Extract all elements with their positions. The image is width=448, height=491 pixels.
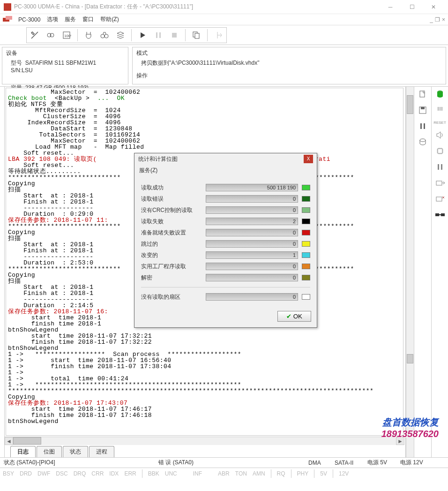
new-doc-icon[interactable] bbox=[417, 89, 429, 100]
ok-button[interactable]: ✔OK bbox=[277, 311, 311, 322]
menu-window[interactable]: 窗口 bbox=[79, 14, 97, 25]
stat-label: 实用工厂程序读取 bbox=[141, 263, 202, 271]
play-icon[interactable] bbox=[136, 29, 149, 41]
cell-amn: AMN bbox=[250, 470, 268, 477]
stat-row: 改变的1 bbox=[141, 249, 310, 261]
save-icon[interactable] bbox=[417, 105, 429, 116]
tab-strip: 日志 位图 状态 进程 bbox=[5, 446, 404, 457]
stat-label: 改变的 bbox=[141, 251, 202, 259]
connector-icon[interactable] bbox=[434, 209, 446, 220]
dialog-menu[interactable]: 服务(Z) bbox=[134, 165, 317, 177]
cell-dwf: DWF bbox=[35, 470, 53, 477]
stat-bar: 0 bbox=[206, 206, 298, 214]
cell-blank1 bbox=[180, 470, 190, 477]
speaker-icon[interactable] bbox=[434, 129, 446, 141]
mdi-close-icon[interactable]: × bbox=[442, 16, 445, 23]
cell-bbk: BBK bbox=[145, 470, 162, 477]
menu-help[interactable]: 帮助(Z) bbox=[97, 14, 122, 25]
maximize-button[interactable]: ☐ bbox=[401, 0, 423, 14]
side-toolbar-1 bbox=[414, 87, 431, 457]
device-panel: 设备 型号 SATAFIRM S11 SBFM21W1 S/N:LSU 容量 2… bbox=[2, 47, 128, 84]
stat-label: 读取失败 bbox=[141, 218, 202, 226]
stat-bar: 2 bbox=[206, 218, 298, 225]
window-title: PC-3000 UDMA-E - China - [Data Extractor… bbox=[14, 3, 380, 11]
cell-5v: 5V bbox=[317, 470, 330, 477]
svg-rect-17 bbox=[424, 123, 425, 129]
cell-crr: CRR bbox=[89, 470, 106, 477]
pause-icon[interactable] bbox=[152, 29, 164, 41]
tab-log[interactable]: 日志 bbox=[10, 446, 36, 457]
stat-color-chip bbox=[302, 252, 310, 258]
cell-bsy: BSY bbox=[0, 470, 17, 477]
tab-status[interactable]: 状态 bbox=[63, 446, 88, 457]
pause-side-icon[interactable] bbox=[417, 121, 429, 132]
stat-color-chip bbox=[302, 294, 310, 300]
dialog-titlebar[interactable]: 统计和计算位图 X bbox=[134, 153, 317, 165]
minimize-button[interactable]: ─ bbox=[380, 0, 401, 14]
scroll-thumb-v1[interactable] bbox=[407, 95, 413, 114]
app-icon bbox=[4, 3, 11, 11]
stat-color-chip bbox=[302, 196, 310, 202]
toolbar-pane: 100% bbox=[26, 27, 227, 43]
svg-rect-21 bbox=[440, 107, 441, 111]
menu-pc3000[interactable]: PC-3000 bbox=[15, 15, 44, 24]
drive-remove-icon[interactable] bbox=[434, 193, 446, 204]
stop-icon[interactable] bbox=[168, 29, 180, 41]
stat-bar: 0 bbox=[206, 263, 298, 270]
status-sata: SATA-II bbox=[331, 460, 364, 466]
side-toolbar-2: RESET bbox=[431, 87, 448, 457]
stat-row: 跳过的0 bbox=[141, 238, 310, 249]
log-scroll-h[interactable]: ◄ ► bbox=[5, 437, 404, 445]
cell-drq: DRQ bbox=[71, 470, 89, 477]
menu-service[interactable]: 服务 bbox=[61, 14, 79, 25]
tape-icon[interactable] bbox=[45, 29, 57, 41]
inner-scroll-v[interactable] bbox=[406, 87, 414, 457]
stat-label: 准备就绪失败设置 bbox=[141, 229, 202, 237]
svg-point-7 bbox=[105, 34, 108, 38]
reset-label: RESET bbox=[433, 121, 446, 125]
mdi-restore-icon[interactable]: ❐ bbox=[435, 16, 440, 23]
chip-icon[interactable] bbox=[434, 145, 446, 157]
svg-point-3 bbox=[50, 33, 54, 37]
svg-rect-26 bbox=[436, 181, 442, 185]
tools-icon[interactable] bbox=[29, 29, 41, 41]
percent-icon[interactable]: 100% bbox=[60, 29, 73, 41]
binoculars-icon[interactable] bbox=[98, 29, 111, 41]
plug-icon[interactable] bbox=[82, 29, 95, 41]
status-row-labels: 状态 (SATA0)-[PIO4] 错 误 (SATA0) DMA SATA-I… bbox=[0, 457, 448, 468]
stat-bar: 0 bbox=[206, 240, 298, 248]
scroll-left-icon[interactable]: ◄ bbox=[5, 437, 13, 445]
status-12v: 电源 12V bbox=[396, 459, 427, 467]
status-seg2: 错 误 (SATA0) bbox=[155, 459, 305, 467]
stat-row: 准备就绪失败设置0 bbox=[141, 227, 310, 238]
scroll-thumb[interactable] bbox=[13, 437, 41, 445]
status-seg1: 状态 (SATA0)-[PIO4] bbox=[0, 459, 155, 467]
tab-bitmap[interactable]: 位图 bbox=[37, 446, 62, 457]
device-model-value: SATAFIRM S11 SBFM21W1 S/N:LSU bbox=[11, 60, 96, 74]
title-bar: PC-3000 UDMA-E - China - [Data Extractor… bbox=[0, 0, 448, 14]
dialog-close-button[interactable]: X bbox=[304, 155, 313, 163]
close-button[interactable]: ✕ bbox=[423, 0, 444, 14]
exit-icon[interactable] bbox=[212, 29, 224, 41]
tab-process[interactable]: 进程 bbox=[89, 446, 114, 457]
stack-icon[interactable] bbox=[114, 29, 127, 41]
stat-row: 解密0 bbox=[141, 272, 310, 283]
reset-icon[interactable] bbox=[434, 105, 446, 116]
svg-rect-9 bbox=[159, 32, 161, 38]
stat-color-chip bbox=[302, 230, 310, 235]
mdi-minimize-icon[interactable]: _ bbox=[430, 16, 433, 23]
svg-rect-10 bbox=[172, 33, 177, 38]
menu-options[interactable]: 选项 bbox=[44, 14, 61, 25]
disk-icon[interactable] bbox=[417, 136, 429, 148]
drive-out-icon[interactable] bbox=[434, 177, 446, 189]
db-green-icon[interactable] bbox=[434, 89, 446, 100]
svg-point-18 bbox=[420, 139, 426, 142]
device-model-label: 型号 bbox=[11, 60, 22, 66]
scroll-thumb-v2[interactable] bbox=[407, 354, 413, 363]
status-row-values: BSY DRD DWF DSC DRQ CRR IDX ERR BBK UNC … bbox=[0, 468, 448, 479]
svg-rect-1 bbox=[6, 16, 12, 20]
operation-header: 操作 bbox=[136, 72, 442, 80]
mode-header: 模式 bbox=[136, 49, 442, 57]
copy-icon[interactable] bbox=[190, 29, 202, 41]
pause-2-icon[interactable] bbox=[434, 161, 446, 173]
